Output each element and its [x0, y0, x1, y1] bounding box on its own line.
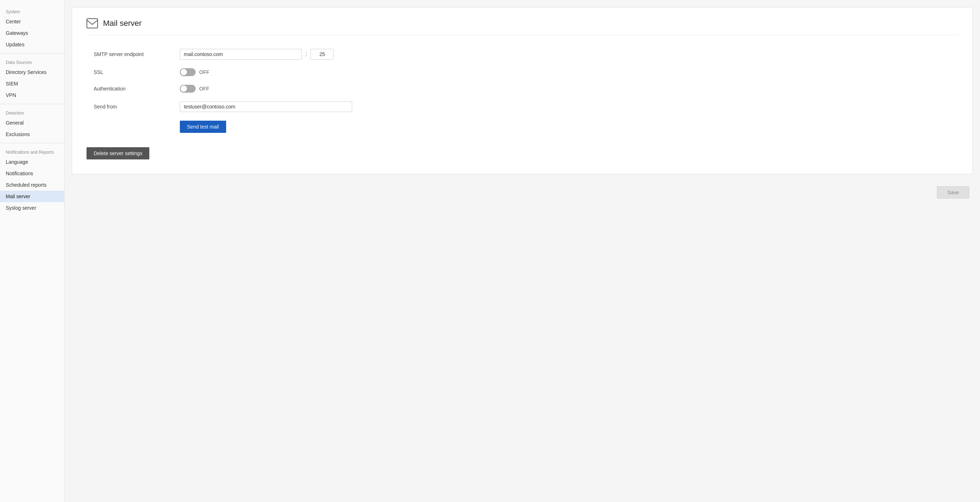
sidebar-section-system: System [0, 6, 64, 16]
sidebar-section-detection: Detection [0, 107, 64, 117]
ssl-toggle-wrap: OFF [180, 68, 209, 76]
auth-toggle-thumb [181, 86, 187, 92]
main-content: Mail server SMTP server endpoint : SSL [65, 0, 980, 502]
content-card: Mail server SMTP server endpoint : SSL [72, 7, 973, 174]
smtp-control-group: : [180, 49, 334, 60]
auth-toggle[interactable] [180, 85, 196, 92]
smtp-label: SMTP server endpoint [94, 51, 180, 57]
sidebar-item-updates[interactable]: Updates [0, 39, 64, 50]
delete-server-settings-button[interactable]: Delete server settings [86, 147, 150, 159]
action-bar: Save [65, 181, 980, 204]
sidebar-item-vpn[interactable]: VPN [0, 89, 64, 101]
sidebar-item-exclusions[interactable]: Exclusions [0, 129, 64, 140]
smtp-row: SMTP server endpoint : [94, 49, 958, 60]
send-test-row: Send test mail [94, 121, 958, 133]
form-section: SMTP server endpoint : SSL OFF [86, 45, 958, 140]
send-from-label: Send from [94, 104, 180, 110]
auth-toggle-wrap: OFF [180, 85, 209, 92]
sidebar-item-directory-services[interactable]: Directory Services [0, 67, 64, 78]
page-title-row: Mail server [86, 18, 958, 35]
sidebar-item-gateways[interactable]: Gateways [0, 27, 64, 39]
ssl-toggle-thumb [181, 69, 187, 75]
sidebar-item-notifications[interactable]: Notifications [0, 168, 64, 179]
auth-label: Authentication [94, 86, 180, 92]
auth-state-label: OFF [199, 86, 209, 92]
colon-separator: : [305, 51, 307, 57]
delete-row: Delete server settings [86, 147, 958, 159]
sidebar-item-syslog-server[interactable]: Syslog server [0, 202, 64, 214]
save-button[interactable]: Save [937, 186, 969, 199]
sidebar-item-center[interactable]: Center [0, 16, 64, 27]
send-from-row: Send from [94, 101, 958, 112]
port-input[interactable] [310, 49, 334, 60]
sidebar-item-mail-server[interactable]: Mail server [0, 191, 64, 202]
ssl-label: SSL [94, 69, 180, 75]
sidebar-item-general[interactable]: General [0, 117, 64, 129]
sidebar-section-data-sources: Data Sources [0, 56, 64, 67]
sidebar-item-scheduled-reports[interactable]: Scheduled reports [0, 179, 64, 191]
sidebar-item-siem[interactable]: SIEM [0, 78, 64, 89]
sidebar-item-language[interactable]: Language [0, 156, 64, 168]
page-title: Mail server [103, 19, 142, 28]
sidebar: System Center Gateways Updates Data Sour… [0, 0, 65, 502]
send-from-input[interactable] [180, 101, 352, 112]
smtp-input[interactable] [180, 49, 302, 60]
ssl-row: SSL OFF [94, 68, 958, 76]
mail-icon [86, 18, 98, 29]
ssl-toggle[interactable] [180, 68, 196, 76]
svg-rect-0 [87, 19, 98, 28]
auth-row: Authentication OFF [94, 85, 958, 92]
sidebar-section-notifications-reports: Notifications and Reports [0, 146, 64, 156]
send-test-mail-button[interactable]: Send test mail [180, 121, 226, 133]
ssl-state-label: OFF [199, 69, 209, 75]
